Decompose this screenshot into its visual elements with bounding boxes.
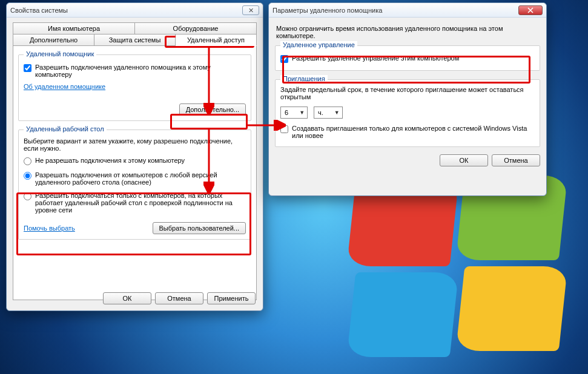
tab-remote[interactable]: Удаленный доступ [176, 34, 257, 46]
window-title: Свойства системы [10, 7, 242, 14]
rdp-radio-allow-any[interactable]: Разрешать подключения от компьютеров с л… [24, 171, 246, 186]
invite-duration-unit[interactable]: ч.▼ [314, 107, 343, 119]
tab-advanced[interactable]: Дополнительно [13, 34, 94, 46]
group-legend: Удаленный рабочий стол [24, 125, 107, 133]
group-remote-assistant: Удаленный помощник Разрешить подключения… [18, 54, 251, 121]
tab-panel-remote: Удаленный помощник Разрешить подключения… [13, 46, 257, 300]
rdp-intro: Выберите вариант и затем укажите, кому р… [24, 137, 246, 152]
group-remote-control: Удаленное управление Разрешить удаленное… [275, 45, 540, 71]
vista-only-checkbox[interactable] [280, 125, 288, 133]
tab-computer-name[interactable]: Имя компьютера [13, 22, 135, 34]
help-choose-link[interactable]: Помочь выбрать [24, 225, 75, 232]
rdp-radio-deny-input[interactable] [24, 157, 31, 165]
system-properties-window: Свойства системы ✕ Имя компьютера Оборуд… [6, 2, 263, 311]
group-legend: Приглашения [280, 75, 328, 82]
chevron-down-icon: ▼ [299, 110, 305, 116]
allow-remote-control-row[interactable]: Разрешить удаленное управление этим комп… [280, 54, 535, 63]
ok-button[interactable]: ОК [103, 292, 151, 304]
ok-button[interactable]: ОК [440, 154, 488, 166]
vista-only-row[interactable]: Создавать приглашения только для компьют… [280, 125, 535, 139]
rdp-radio-allow-nla-input[interactable] [24, 192, 31, 200]
windows-logo [351, 182, 581, 374]
advanced-button[interactable]: Дополнительно... [179, 103, 246, 116]
cancel-button[interactable]: Отмена [492, 154, 540, 166]
select-users-button[interactable]: Выбрать пользователей... [153, 222, 246, 234]
close-icon[interactable]: ✕ [242, 5, 259, 15]
allow-assistant-checkbox-row[interactable]: Разрешить подключения удаленного помощни… [24, 64, 246, 78]
chevron-down-icon: ▼ [334, 110, 340, 116]
close-icon[interactable] [518, 5, 543, 15]
group-remote-desktop: Удаленный рабочий стол Выберите вариант … [18, 130, 251, 240]
remote-assistant-params-window: Параметры удаленного помощника Можно огр… [268, 2, 547, 196]
window-title: Параметры удаленного помощника [273, 7, 518, 14]
titlebar[interactable]: Параметры удаленного помощника [269, 3, 546, 18]
tab-system-protection[interactable]: Защита системы [94, 34, 176, 46]
rdp-radio-allow-nla[interactable]: Разрешить подключаться только с компьюте… [24, 192, 246, 214]
invite-duration-number[interactable]: 6▼ [280, 107, 308, 119]
tab-hardware[interactable]: Оборудование [135, 22, 257, 34]
allow-remote-control-checkbox[interactable] [280, 55, 288, 63]
titlebar[interactable]: Свойства системы ✕ [7, 3, 263, 18]
group-legend: Удаленный помощник [24, 50, 96, 57]
cancel-button[interactable]: Отмена [155, 292, 203, 304]
invite-text: Задайте предельный срок, в течение котор… [280, 86, 535, 100]
vista-only-label: Создавать приглашения только для компьют… [292, 125, 535, 139]
allow-assistant-checkbox[interactable] [24, 64, 31, 72]
group-legend: Удаленное управление [280, 41, 357, 48]
rdp-radio-deny[interactable]: Не разрешать подключения к этому компьют… [24, 157, 246, 165]
allow-assistant-label: Разрешить подключения удаленного помощни… [35, 64, 246, 78]
rdp-radio-allow-any-input[interactable] [24, 172, 31, 180]
intro-text: Можно ограничить время использования уда… [276, 25, 539, 39]
allow-remote-control-label: Разрешить удаленное управление этим комп… [292, 54, 459, 62]
apply-button[interactable]: Применить [207, 292, 256, 304]
group-invitations: Приглашения Задайте предельный срок, в т… [275, 79, 540, 147]
about-assistant-link[interactable]: Об удаленном помощнике [24, 83, 105, 90]
